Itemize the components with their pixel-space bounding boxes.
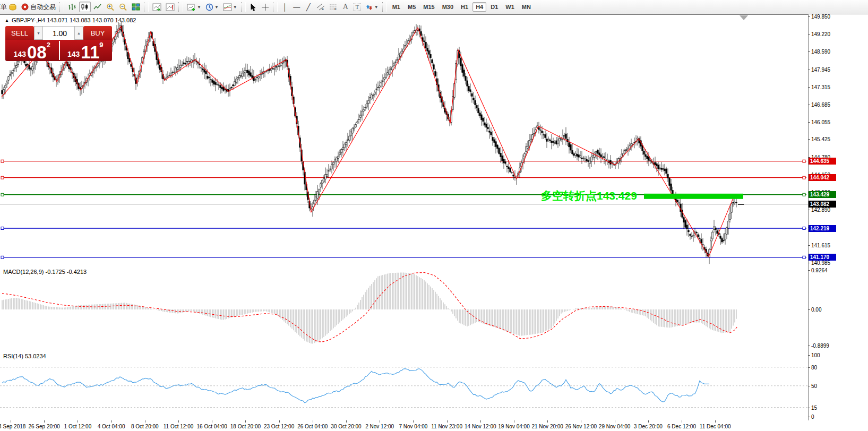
chart-header: ▲ GBPJPY-,H4 143.071 143.083 143.070 143… <box>5 17 136 23</box>
time-tick <box>178 420 179 423</box>
macd-tick: -0.8899 <box>811 343 829 349</box>
coin-stack-icon <box>9 4 17 11</box>
profiles-button[interactable]: ▼ <box>204 2 220 12</box>
timeframe-button-h4[interactable]: H4 <box>472 2 486 12</box>
rsi-tick: 100 <box>811 352 820 358</box>
price-tick: 148.590 <box>811 49 830 55</box>
tick-mark <box>808 70 810 70</box>
autotrading-button[interactable]: 自动交易 <box>20 2 57 12</box>
chevron-down-icon: ▼ <box>233 5 237 10</box>
hline-144.635 <box>1 160 806 162</box>
time-tick <box>78 420 78 423</box>
turning-point-annotation[interactable]: 多空转折点143.429 <box>541 188 637 203</box>
text-label-tool[interactable]: T <box>352 2 363 12</box>
new-order-button[interactable]: 订单 <box>0 3 7 12</box>
time-label: 23 Oct 12:00 <box>264 424 294 429</box>
candlestick-chart-button[interactable] <box>79 2 91 12</box>
svg-text:E: E <box>322 7 324 11</box>
zoom-out-icon <box>119 3 127 11</box>
sell-price-pip: 2 <box>47 41 50 49</box>
time-tick <box>380 420 380 423</box>
green-highlight-bar <box>644 194 743 199</box>
buy-price-button[interactable]: 143 11 9 <box>59 40 113 61</box>
volume-input[interactable] <box>43 27 76 40</box>
auto-scroll-button[interactable] <box>151 2 163 12</box>
price-badge-144.042: 144.042 <box>809 174 836 181</box>
time-label: 11 Nov 23:00 <box>431 424 462 429</box>
mt4-window: 订单 自动交易 <box>0 0 868 431</box>
tick-mark <box>808 139 810 140</box>
autotrading-icon <box>21 3 29 11</box>
buy-button[interactable]: BUY <box>83 26 112 40</box>
cursor-button[interactable] <box>248 2 259 12</box>
time-label: 14 Nov 12:00 <box>465 424 496 429</box>
zoom-in-button[interactable] <box>105 2 116 12</box>
time-tick <box>413 420 414 423</box>
chart-shift-icon <box>166 3 175 11</box>
hline-141.170 <box>1 256 806 258</box>
timeframe-bar: M1M5M15M30H1H4D1W1MN <box>389 2 535 12</box>
indicators-button[interactable]: ▼ <box>221 2 239 12</box>
tick-mark <box>808 87 810 88</box>
zoom-in-icon <box>106 3 115 11</box>
new-chart-button[interactable]: ▼ <box>185 2 203 12</box>
buy-price-pip: 9 <box>99 41 103 49</box>
time-label: 7 Nov 04:00 <box>399 424 427 429</box>
volume-increase-button[interactable]: ▲ <box>74 26 83 40</box>
tick-mark <box>808 367 810 368</box>
arrow-pointer-icon <box>250 3 256 11</box>
crosshair-button[interactable] <box>260 2 271 12</box>
main-chart[interactable] <box>0 14 808 265</box>
price-badge-142.219: 142.219 <box>809 225 836 232</box>
horizontal-line-tool[interactable]: — <box>291 2 302 12</box>
indicators-icon <box>223 3 232 11</box>
equidistant-channel-tool[interactable]: E <box>315 2 326 12</box>
timeframe-button-d1[interactable]: D1 <box>487 2 501 12</box>
price-badge-143.429: 143.429 <box>809 191 836 198</box>
tick-mark <box>808 210 810 210</box>
time-tick <box>447 420 448 423</box>
bar-chart-button[interactable] <box>66 2 78 12</box>
macd-pane[interactable] <box>0 267 808 349</box>
time-tick <box>44 420 45 423</box>
tick-mark <box>808 417 810 417</box>
timeframe-button-w1[interactable]: W1 <box>502 2 518 12</box>
chart-shift-button[interactable] <box>164 2 176 12</box>
one-click-trade-panel: SELL ▼ ▲ BUY 143 08 2 143 11 9 <box>5 26 112 61</box>
price-tick: 145.425 <box>811 136 830 142</box>
line-chart-button[interactable] <box>92 2 104 12</box>
sell-price-button[interactable]: 143 08 2 <box>5 40 59 61</box>
zoom-out-button[interactable] <box>117 2 129 12</box>
time-label: 6 Dec 12:00 <box>667 424 696 429</box>
arrows-tool[interactable]: ▼ <box>364 2 380 12</box>
tick-mark <box>808 263 810 263</box>
vertical-line-tool[interactable]: │ <box>280 2 290 12</box>
tick-mark <box>808 105 810 105</box>
time-tick <box>648 420 649 423</box>
trendline-tool[interactable]: ╱ <box>303 2 314 12</box>
price-scale-border <box>808 14 809 420</box>
tick-mark <box>808 122 810 123</box>
history-icon[interactable] <box>7 2 19 12</box>
arrow-shapes-icon <box>365 4 373 11</box>
toolbar-grip <box>382 2 387 12</box>
price-tick: 147.315 <box>811 84 830 90</box>
sell-button[interactable]: SELL <box>5 26 34 40</box>
time-tick <box>480 420 481 423</box>
collapse-triangle-icon[interactable]: ▲ <box>5 18 9 23</box>
volume-decrease-button[interactable]: ▼ <box>34 26 43 40</box>
timeframe-button-m5[interactable]: M5 <box>405 2 419 12</box>
timeframe-button-h1[interactable]: H1 <box>458 2 471 12</box>
timeframe-button-m30[interactable]: M30 <box>439 2 457 12</box>
timeframe-button-mn[interactable]: MN <box>519 2 534 12</box>
price-badge-143.082: 143.082 <box>809 201 836 208</box>
timeframe-button-m15[interactable]: M15 <box>420 2 437 12</box>
time-tick <box>615 420 615 423</box>
text-tool[interactable]: A <box>340 2 351 12</box>
tile-windows-button[interactable] <box>130 2 142 12</box>
rsi-pane[interactable] <box>0 351 808 420</box>
timeframe-button-m1[interactable]: M1 <box>389 2 403 12</box>
price-tick: 142.890 <box>811 207 830 213</box>
fibonacci-tool[interactable]: F <box>328 2 339 12</box>
tile-windows-icon <box>132 3 140 11</box>
